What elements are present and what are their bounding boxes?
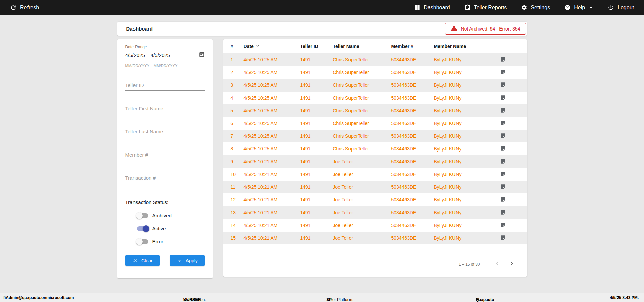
dashboard-icon	[414, 4, 420, 11]
teller-last-name-input[interactable]	[125, 128, 205, 137]
note-icon[interactable]	[500, 196, 506, 202]
note-icon[interactable]	[500, 82, 506, 88]
table-row[interactable]: 15 4/5/25 10:21 AM 1491 Joe Teller 50344…	[223, 232, 527, 244]
active-toggle[interactable]	[137, 226, 148, 231]
note-icon[interactable]	[500, 235, 506, 241]
error-count: Error: 354	[499, 26, 520, 32]
table-row[interactable]: 8 4/5/25 10:25 AM 1491 Chris SuperTeller…	[223, 142, 527, 155]
note-icon[interactable]	[500, 133, 506, 139]
archived-toggle[interactable]	[137, 213, 148, 218]
apply-button[interactable]: Apply	[170, 255, 205, 266]
cell-date: 4/5/25 10:21 AM	[244, 197, 300, 202]
cell-row-number: 7	[231, 133, 244, 139]
pagination: 1 – 15 of 30	[223, 260, 527, 269]
note-icon[interactable]	[500, 120, 506, 126]
cell-row-number: 1	[231, 57, 244, 62]
alert-badge[interactable]: Not Archived: 94 Error: 354	[445, 23, 526, 35]
nav-help[interactable]: Help	[564, 4, 594, 11]
cell-member-number: 5034463DE	[391, 197, 434, 202]
cell-teller-id: 1491	[300, 184, 333, 190]
date-range-hint: MM/DD/YYYY – MM/DD/YYYY	[125, 64, 205, 68]
cell-member-name: ByLyJI KUNy	[434, 197, 495, 202]
table-row[interactable]: 3 4/5/25 10:25 AM 1491 Chris SuperTeller…	[223, 79, 527, 92]
date-range-value: 4/5/2025 – 4/5/2025	[125, 52, 170, 58]
nav-dashboard[interactable]: Dashboard	[414, 4, 450, 11]
cell-actions	[495, 222, 527, 229]
cell-date: 4/5/25 10:25 AM	[244, 82, 300, 88]
table-row[interactable]: 2 4/5/25 10:25 AM 1491 Chris SuperTeller…	[223, 66, 527, 79]
cell-date: 4/5/25 10:25 AM	[244, 121, 300, 126]
table-row[interactable]: 10 4/5/25 10:21 AM 1491 Joe Teller 50344…	[223, 168, 527, 181]
note-icon[interactable]	[500, 56, 506, 62]
teller-reports-icon	[464, 4, 471, 11]
table-row[interactable]: 9 4/5/25 10:21 AM 1491 Joe Teller 503446…	[223, 155, 527, 168]
cell-member-number: 5034463DE	[391, 146, 434, 152]
note-icon[interactable]	[500, 95, 506, 101]
column-header-date[interactable]: Date	[244, 43, 300, 50]
table-row[interactable]: 1 4/5/25 10:25 AM 1491 Chris SuperTeller…	[223, 53, 527, 66]
teller-id-input[interactable]	[125, 82, 205, 91]
note-icon[interactable]	[500, 107, 506, 113]
note-icon[interactable]	[500, 184, 506, 190]
cell-row-number: 13	[231, 210, 244, 215]
active-toggle-label: Active	[152, 226, 166, 231]
teller-platform-value: XP	[326, 297, 332, 302]
table-row[interactable]: 13 4/5/25 10:21 AM 1491 Joe Teller 50344…	[223, 206, 527, 219]
cell-teller-name: Chris SuperTeller	[333, 57, 391, 62]
cell-date: 4/5/25 10:21 AM	[244, 223, 300, 228]
cell-member-name: ByLyJI KUNy	[434, 108, 495, 113]
nav-settings[interactable]: Settings	[521, 4, 550, 11]
column-header-num: #	[231, 44, 244, 49]
table-row[interactable]: 7 4/5/25 10:25 AM 1491 Chris SuperTeller…	[223, 130, 527, 142]
note-icon[interactable]	[500, 145, 506, 152]
nav-settings-label: Settings	[531, 5, 550, 11]
note-icon[interactable]	[500, 209, 506, 215]
cell-teller-name: Chris SuperTeller	[333, 70, 391, 75]
cell-teller-id: 1491	[300, 133, 333, 139]
cell-member-number: 5034463DE	[391, 210, 434, 215]
table-row[interactable]: 11 4/5/25 10:21 AM 1491 Joe Teller 50344…	[223, 181, 527, 193]
not-archived-count: Not Archived: 94	[461, 26, 495, 32]
note-icon[interactable]	[500, 222, 506, 228]
member-number-input[interactable]	[125, 151, 205, 160]
cell-teller-name: Joe Teller	[333, 172, 391, 177]
cell-teller-name: Chris SuperTeller	[333, 146, 391, 152]
cell-row-number: 5	[231, 108, 244, 113]
cell-date: 4/5/25 10:25 AM	[244, 108, 300, 113]
nav-help-label: Help	[574, 5, 585, 11]
note-icon[interactable]	[500, 69, 506, 75]
table-row[interactable]: 14 4/5/25 10:21 AM 1491 Joe Teller 50344…	[223, 219, 527, 232]
calendar-icon[interactable]	[199, 51, 205, 59]
cell-teller-name: Joe Teller	[333, 235, 391, 241]
table-row[interactable]: 6 4/5/25 10:25 AM 1491 Chris SuperTeller…	[223, 117, 527, 130]
nav-dashboard-label: Dashboard	[424, 5, 450, 11]
clear-button[interactable]: Clear	[125, 255, 160, 266]
cell-row-number: 11	[231, 184, 244, 190]
table-row[interactable]: 4 4/5/25 10:25 AM 1491 Chris SuperTeller…	[223, 92, 527, 104]
note-icon[interactable]	[500, 171, 506, 177]
filter-panel: Date Range 4/5/2025 – 4/5/2025 MM/DD/YYY…	[117, 39, 213, 278]
nav-teller-reports-label: Teller Reports	[474, 5, 507, 11]
transaction-number-input[interactable]	[125, 174, 205, 183]
cell-member-number: 5034463DE	[391, 184, 434, 190]
nav-logout[interactable]: Logout	[608, 4, 634, 11]
cell-teller-name: Chris SuperTeller	[333, 82, 391, 88]
note-icon[interactable]	[500, 158, 506, 164]
cell-teller-id: 1491	[300, 70, 333, 75]
date-range-field[interactable]: 4/5/2025 – 4/5/2025	[125, 51, 205, 61]
table-row[interactable]: 12 4/5/25 10:21 AM 1491 Joe Teller 50344…	[223, 193, 527, 206]
nav-teller-reports[interactable]: Teller Reports	[464, 4, 507, 11]
cell-date: 4/5/25 10:25 AM	[244, 57, 300, 62]
cell-date: 4/5/25 10:21 AM	[244, 159, 300, 164]
error-toggle[interactable]	[137, 239, 148, 244]
teller-first-name-input[interactable]	[125, 105, 205, 114]
pagination-range: 1 – 15 of 30	[459, 262, 480, 267]
cell-member-name: ByLyJI KUNy	[434, 184, 495, 190]
clear-x-icon	[132, 257, 138, 264]
nav-logout-label: Logout	[618, 5, 634, 11]
next-page-button[interactable]	[507, 260, 516, 269]
previous-page-button[interactable]	[493, 260, 501, 269]
cell-actions	[495, 235, 527, 242]
table-row[interactable]: 5 4/5/25 10:25 AM 1491 Chris SuperTeller…	[223, 104, 527, 117]
refresh-button[interactable]: Refresh	[10, 4, 39, 11]
